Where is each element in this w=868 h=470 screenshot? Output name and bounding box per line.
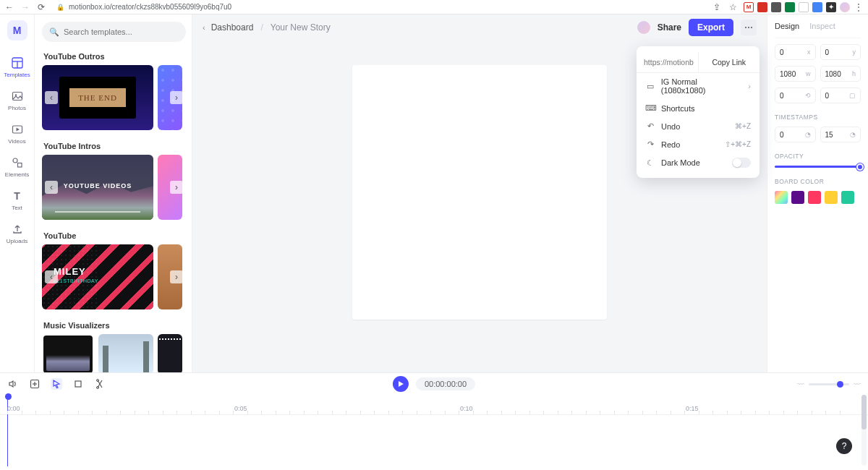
carousel-next-icon[interactable]: › xyxy=(170,91,183,104)
help-button[interactable]: ? xyxy=(836,438,852,454)
ext-icon[interactable] xyxy=(785,2,795,12)
gmail-icon[interactable]: M xyxy=(744,2,754,12)
ext-icon[interactable] xyxy=(799,2,809,12)
carousel-prev-icon[interactable]: ‹ xyxy=(45,181,58,194)
template-card[interactable] xyxy=(98,334,153,375)
tab-design[interactable]: Design xyxy=(775,22,799,30)
moon-icon: ☾ xyxy=(645,158,655,168)
canvas[interactable] xyxy=(352,65,607,320)
tab-inspect[interactable]: Inspect xyxy=(809,22,835,30)
browser-chrome: ← → ⟳ 🔒 motionbox.io/creator/ckzs88kvb05… xyxy=(0,0,868,14)
ext-icon[interactable] xyxy=(812,2,822,12)
timeline-ruler[interactable]: 0:00 0:05 0:10 0:15 xyxy=(0,395,868,415)
section-title: Music Visualizers xyxy=(43,321,186,330)
profile-avatar-icon[interactable] xyxy=(840,2,850,12)
width-field[interactable]: 1080w xyxy=(775,66,816,82)
rail-elements[interactable]: Elements xyxy=(0,150,35,184)
search-input[interactable] xyxy=(64,27,179,36)
extensions-icon[interactable]: ✦ xyxy=(826,2,836,12)
zoom-out-waveform-icon[interactable]: 〰 xyxy=(797,380,804,388)
rail-photos[interactable]: Photos xyxy=(0,84,35,117)
nav-back-icon[interactable]: ← xyxy=(4,2,14,12)
ext-icon[interactable] xyxy=(757,2,767,12)
rail-templates[interactable]: Templates xyxy=(0,51,35,84)
app-logo[interactable]: M xyxy=(7,20,27,40)
top-bar: ‹ Dashboard / Your New Story Share Expor… xyxy=(192,14,767,40)
rail-text[interactable]: T Text xyxy=(0,184,35,217)
dark-mode-toggle[interactable] xyxy=(732,158,751,168)
timeline-scrollbar[interactable] xyxy=(861,395,867,466)
play-button[interactable] xyxy=(393,376,409,392)
avatar[interactable] xyxy=(637,21,650,34)
svg-point-6 xyxy=(13,158,17,163)
carousel-prev-icon[interactable]: ‹ xyxy=(45,91,58,104)
template-carousel: THE END ‹ › xyxy=(42,65,186,130)
template-card[interactable]: THE END xyxy=(42,65,153,130)
time-end-field[interactable]: 15◔ xyxy=(820,127,861,142)
timeline-zoom-slider[interactable] xyxy=(809,383,849,385)
carousel-prev-icon[interactable]: ‹ xyxy=(45,270,58,283)
carousel-next-icon[interactable]: › xyxy=(170,181,183,194)
color-swatch[interactable] xyxy=(825,191,838,204)
breadcrumb: ‹ Dashboard / Your New Story xyxy=(203,22,331,33)
carousel-next-icon[interactable]: › xyxy=(170,270,183,283)
export-button[interactable]: Export xyxy=(689,19,733,36)
x-field[interactable]: 0x xyxy=(775,44,816,60)
clock-icon: ◔ xyxy=(850,131,856,138)
time-start-field[interactable]: 0◔ xyxy=(775,127,816,142)
undo-icon: ↶ xyxy=(645,121,655,131)
template-card[interactable] xyxy=(42,334,94,375)
volume-icon[interactable] xyxy=(7,378,19,390)
share-page-icon[interactable]: ⇪ xyxy=(712,2,722,12)
height-field[interactable]: 1080h xyxy=(820,66,861,82)
ext-icon[interactable] xyxy=(771,2,781,12)
redo-row[interactable]: ↷ Redo ⇧+⌘+Z xyxy=(637,135,760,153)
template-carousel: MILEY #21STBIRTHDAY ‹ › xyxy=(42,244,186,309)
rail-videos[interactable]: Videos xyxy=(0,117,35,150)
dark-mode-row[interactable]: ☾ Dark Mode xyxy=(637,153,760,172)
text-icon: T xyxy=(11,189,24,202)
opacity-slider[interactable] xyxy=(775,166,861,168)
split-icon[interactable] xyxy=(94,378,106,390)
timeline-zoom: 〰 〰 xyxy=(797,380,861,388)
zoom-in-waveform-icon[interactable]: 〰 xyxy=(854,380,861,388)
color-swatch[interactable] xyxy=(808,191,821,204)
pointer-tool-icon[interactable] xyxy=(51,378,62,390)
more-menu-button[interactable]: ⋯ xyxy=(741,20,757,35)
clock-icon: ◔ xyxy=(805,131,811,138)
template-card[interactable]: YOUTUBE VIDEOS xyxy=(42,155,153,220)
nav-reload-icon[interactable]: ⟳ xyxy=(36,2,46,12)
color-swatch[interactable] xyxy=(791,191,804,204)
share-button[interactable]: Share xyxy=(658,22,681,33)
color-swatch[interactable] xyxy=(775,191,788,204)
star-icon[interactable]: ☆ xyxy=(728,2,738,12)
template-carousel xyxy=(42,334,186,375)
breadcrumb-parent[interactable]: Dashboard xyxy=(211,22,254,33)
add-track-icon[interactable] xyxy=(29,378,41,390)
template-card[interactable]: MILEY #21STBIRTHDAY xyxy=(42,244,153,309)
browser-menu-icon[interactable]: ⋮ xyxy=(854,2,864,12)
section-title: YouTube xyxy=(43,231,186,240)
template-card-peek[interactable] xyxy=(158,334,182,375)
nav-forward-icon[interactable]: → xyxy=(20,2,30,12)
timestamps-label: TIMESTAMPS xyxy=(775,114,861,121)
url-bar[interactable]: 🔒 motionbox.io/creator/ckzs88kvb055609l9… xyxy=(52,1,706,13)
stop-icon[interactable] xyxy=(72,378,84,390)
opacity-label: OPACITY xyxy=(775,153,861,160)
corner-icon: ▢ xyxy=(849,92,856,99)
radius-x-field[interactable]: 0⟲ xyxy=(775,87,816,103)
elements-icon xyxy=(11,156,24,169)
timeline-tracks[interactable] xyxy=(0,415,868,466)
canvas-size-row[interactable]: ▭ IG Normal (1080x1080) › xyxy=(637,73,760,99)
shortcuts-row[interactable]: ⌨ Shortcuts xyxy=(637,99,760,117)
radius-y-field[interactable]: 0▢ xyxy=(820,87,861,103)
template-search[interactable]: 🔍 xyxy=(42,22,186,42)
undo-row[interactable]: ↶ Undo ⌘+Z xyxy=(637,117,760,135)
copy-link-button[interactable]: Copy Link xyxy=(699,52,760,72)
redo-icon: ↷ xyxy=(645,140,655,149)
share-url-preview: https://motionb xyxy=(637,52,699,72)
rail-uploads[interactable]: Uploads xyxy=(0,217,35,250)
y-field[interactable]: 0y xyxy=(820,44,861,60)
breadcrumb-back-icon[interactable]: ‹ xyxy=(203,23,205,32)
color-swatch[interactable] xyxy=(841,191,854,204)
